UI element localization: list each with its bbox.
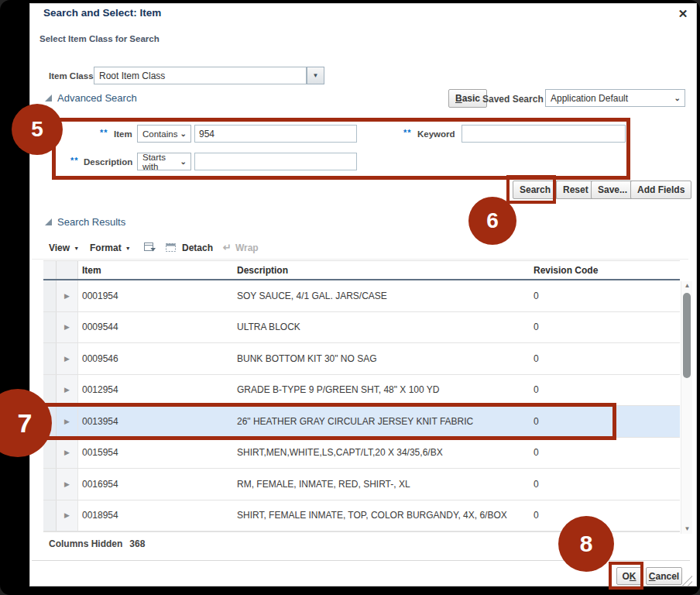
item-cell[interactable]: 0009544 [78,312,233,343]
item-field-label: Item [114,129,132,139]
format-menu[interactable]: Format ▼ [90,242,131,253]
row-expand-cell[interactable]: ▶ [57,469,78,500]
reset-button[interactable]: Reset [556,181,595,199]
row-expand-cell[interactable]: ▶ [57,438,78,469]
vertical-scrollbar[interactable]: ▲ ▼ [681,281,692,534]
table-row[interactable]: ▶ 0001954 SOY SAUCE, 4/1 GAL. JARS/CASE … [43,280,680,312]
revision-cell[interactable]: 0 [530,469,680,500]
collapse-triangle-icon [45,95,52,101]
menu-arrow-icon: ▼ [125,246,131,251]
advanced-search-label: Advanced Search [57,92,137,104]
view-menu[interactable]: View ▼ [49,242,79,253]
expand-row-icon[interactable]: ▶ [64,355,70,363]
item-class-value: Root Item Class [99,71,165,81]
revision-cell[interactable]: 0 [530,406,680,437]
expand-row-icon[interactable]: ▶ [64,449,70,456]
wrap-button: ↵ Wrap [223,242,259,253]
header-spacer-cell [43,261,57,279]
description-cell[interactable]: RM, FEMALE, INMATE, RED, SHIRT-, XL [233,469,530,500]
menu-arrow-icon: ▼ [74,246,79,251]
row-expand-cell[interactable]: ▶ [57,406,78,437]
table-body: ▶ 0001954 SOY SAUCE, 4/1 GAL. JARS/CASE … [43,280,680,531]
revision-cell[interactable]: 0 [530,280,680,311]
screenshot-frame: Search and Select: Item ✕ Select Item Cl… [0,0,700,595]
add-fields-button[interactable]: Add Fields [630,181,691,199]
search-button[interactable]: Search [513,181,558,199]
table-row[interactable]: ▶ 0009546 BUNK BOTTOM KIT 30" NO SAG 0 [43,343,680,375]
table-row[interactable]: ▶ 0012954 GRADE B-TYPE 9 P/GREEN SHT, 48… [43,375,680,407]
detach-icon[interactable] [164,241,177,254]
results-table: Item Description Revision Code ▶ 0001954… [43,260,680,532]
close-icon[interactable]: ✕ [674,5,691,22]
annotation-step-8: 8 [558,516,614,572]
description-cell[interactable]: SOY SAUCE, 4/1 GAL. JARS/CASE [233,280,530,311]
column-header-description[interactable]: Description [233,261,530,279]
column-header-revision-code[interactable]: Revision Code [530,261,680,279]
scroll-up-icon[interactable]: ▲ [681,281,693,291]
item-cell[interactable]: 0012954 [78,375,233,406]
wrap-icon: ↵ [223,242,232,253]
description-cell[interactable]: BUNK BOTTOM KIT 30" NO SAG [233,343,530,374]
row-expand-cell[interactable]: ▶ [57,500,78,531]
search-results-section-toggle[interactable]: Search Results [45,216,125,228]
saved-search-select[interactable]: Application Default ⌄ [545,89,685,107]
description-cell[interactable]: ULTRA BLOCK [233,312,530,343]
item-cell[interactable]: 0018954 [78,500,233,531]
row-expand-cell[interactable]: ▶ [57,375,78,406]
detach-button[interactable]: Detach [182,242,213,253]
table-row[interactable]: ▶ 0015954 SHIRT,MEN,WHITE,LS,CAPT/LT,20 … [43,438,680,469]
revision-cell[interactable]: 0 [530,438,680,469]
table-row[interactable]: ▶ 0009544 ULTRA BLOCK 0 [43,312,680,344]
expand-row-icon[interactable]: ▶ [64,418,70,425]
description-operator-select[interactable]: Starts with ⌄ [137,153,191,170]
toolbar-separator [32,259,688,260]
row-expand-cell[interactable]: ▶ [57,312,78,343]
table-row[interactable]: ▶ 0013954 26" HEATHER GRAY CIRCULAR JERS… [43,406,680,438]
item-cell[interactable]: 0013954 [78,406,233,437]
expand-row-icon[interactable]: ▶ [64,386,70,394]
advanced-search-section-toggle[interactable]: Advanced Search [45,92,137,104]
item-search-input[interactable] [194,125,357,143]
item-operator-select[interactable]: Contains ⌄ [137,125,191,143]
annotation-step-6: 6 [468,197,516,245]
expand-row-icon[interactable]: ▶ [64,480,70,488]
keyword-search-input[interactable] [462,125,626,143]
item-cell[interactable]: 0001954 [78,280,233,311]
chevron-down-icon: ⌄ [180,130,187,138]
basic-button[interactable]: Basic [448,89,487,108]
item-cell[interactable]: 0009546 [78,343,233,374]
row-expand-cell[interactable]: ▶ [57,343,78,374]
saved-search-value: Application Default [551,93,628,104]
row-header-cell [43,500,57,531]
column-header-item[interactable]: Item [78,261,233,279]
expand-row-icon[interactable]: ▶ [64,323,70,331]
revision-cell[interactable]: 0 [530,375,680,406]
query-by-example-icon[interactable] [143,241,156,254]
description-cell[interactable]: GRADE B-TYPE 9 P/GREEN SHT, 48" X 100 YD [233,375,530,406]
item-cell[interactable]: 0016954 [78,469,233,500]
expand-row-icon[interactable]: ▶ [64,511,70,519]
revision-cell[interactable]: 0 [530,343,680,374]
description-cell[interactable]: 26" HEATHER GRAY CIRCULAR JERSEY KNIT FA… [233,406,530,437]
cancel-button[interactable]: Cancel [646,567,682,585]
table-row[interactable]: ▶ 0016954 RM, FEMALE, INMATE, RED, SHIRT… [43,469,680,500]
row-expand-cell[interactable]: ▶ [57,280,78,311]
resize-grip[interactable] [681,575,692,586]
item-class-dropdown-button[interactable]: ▼ [307,67,324,84]
row-header-cell [43,375,57,406]
revision-cell[interactable]: 0 [530,312,680,343]
ok-button[interactable]: OK [616,567,642,585]
description-cell[interactable]: SHIRT,MEN,WHITE,LS,CAPT/LT,20 X 34/35,6/… [233,438,530,469]
row-header-cell [43,343,57,374]
wrap-label: Wrap [235,242,259,253]
expand-row-icon[interactable]: ▶ [64,292,70,300]
save-button[interactable]: Save... [591,181,634,199]
item-cell[interactable]: 0015954 [78,438,233,469]
description-field-label: Description [84,157,132,167]
description-search-input[interactable] [194,153,357,170]
description-cell[interactable]: SHIRT, FEMALE INMATE, TOP, COLOR BURGAND… [233,500,530,531]
scroll-down-icon[interactable]: ▼ [681,524,693,534]
dropdown-arrow-icon: ▼ [313,72,319,79]
scrollbar-thumb[interactable] [683,293,691,378]
item-class-select[interactable]: Root Item Class [94,67,307,84]
